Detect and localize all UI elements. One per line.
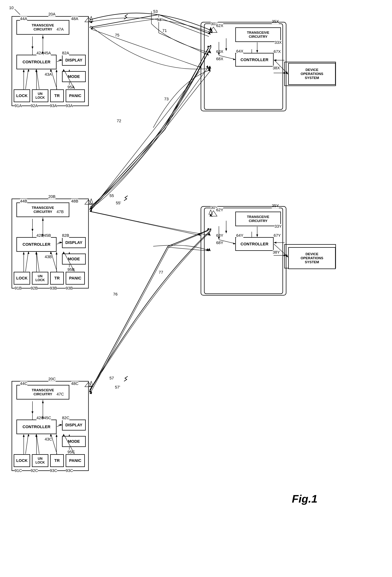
svg-marker-147	[36, 69, 37, 72]
ref-82b: 82B	[62, 233, 69, 238]
svg-line-89	[89, 246, 168, 392]
ref-43c: 43C	[45, 437, 52, 442]
antenna-a	[84, 16, 93, 24]
ref-62x: 62X	[216, 23, 223, 28]
ref-82a: 82A	[62, 51, 69, 55]
ref-93c2: 93C	[66, 468, 73, 473]
ref-57p: 57'	[115, 385, 120, 390]
svg-marker-105	[85, 17, 92, 22]
transmission-paths	[0, 0, 392, 577]
svg-marker-32	[56, 252, 57, 254]
antenna-c	[84, 381, 93, 388]
svg-marker-141	[42, 36, 44, 38]
ref-42a: 42A	[36, 51, 44, 55]
ref-62y: 62Y	[216, 208, 223, 212]
ref-95b: 95B	[68, 267, 75, 272]
ref-95a: 95A	[68, 85, 75, 90]
ref-67x: 67X	[274, 49, 281, 54]
ref-93b: 93B	[50, 286, 57, 290]
transceive-y: TRANSCEIVECIRCUITRY	[235, 212, 281, 226]
svg-marker-171	[28, 434, 29, 436]
svg-line-69	[89, 15, 159, 27]
ref-38x: 38X	[273, 66, 280, 71]
device-ops-x: DEVICEOPERATIONSSYSTEM	[288, 63, 336, 85]
mode-a: MODE	[62, 71, 86, 82]
ref-43a: 43A	[45, 72, 52, 77]
ref-38y: 38Y	[273, 250, 280, 255]
ref-53: 53	[153, 9, 158, 14]
ref-44a: 44A	[20, 16, 27, 21]
svg-marker-173	[36, 434, 37, 436]
svg-marker-116	[89, 208, 92, 210]
svg-marker-106	[85, 200, 92, 204]
mode-b: MODE	[62, 253, 86, 264]
ref-44b: 44B	[20, 199, 27, 204]
display-b: DISPLAY	[62, 237, 86, 248]
figure-label: Fig.1	[292, 493, 317, 505]
ref-55: 55	[109, 193, 114, 198]
svg-line-172	[36, 434, 39, 454]
svg-line-168	[57, 425, 62, 427]
ref-47b: 47B	[57, 209, 64, 214]
diagram-lines	[0, 0, 392, 577]
svg-marker-122	[89, 391, 92, 393]
ref-48c: 48C	[71, 381, 78, 386]
svg-line-73	[91, 18, 161, 28]
svg-marker-16	[36, 69, 37, 72]
svg-marker-8	[32, 46, 33, 49]
svg-marker-14	[23, 69, 25, 72]
unlock-c: UNLOCK	[32, 454, 48, 467]
ref-93b2: 93B	[66, 286, 73, 290]
ref-45c: 45C	[44, 416, 51, 420]
device-ops-y: DEVICEOPERATIONSSYSTEM	[288, 247, 336, 269]
ref-44c: 44C	[20, 381, 27, 386]
svg-marker-42	[23, 434, 25, 437]
svg-marker-85	[89, 209, 92, 212]
svg-line-86	[90, 71, 200, 211]
diagram: 10 20A TRANSCEIVECIRCUITRY 44A 48A 47A C…	[0, 0, 392, 577]
ref-63x: 63X	[216, 49, 223, 54]
svg-line-159	[36, 252, 39, 271]
ref-45b: 45B	[44, 233, 51, 238]
tr-a: TR	[50, 89, 64, 102]
svg-line-146	[36, 70, 39, 89]
svg-marker-74	[90, 27, 93, 29]
panic-c: PANIC	[66, 454, 85, 467]
ref-53p: 53'	[157, 17, 162, 22]
unlock-a: UNLOCK	[32, 89, 48, 102]
ref-68x: 68X	[216, 57, 223, 61]
controller-c: CONTROLLER	[16, 420, 57, 434]
svg-marker-162	[50, 251, 52, 254]
ref-45a: 45A	[44, 51, 51, 55]
svg-line-75	[91, 29, 201, 68]
svg-marker-107	[85, 382, 92, 387]
ref-42b: 42B	[36, 233, 44, 238]
svg-marker-18	[56, 69, 57, 72]
controller-a: CONTROLLER	[16, 55, 57, 69]
ref-10: 10	[9, 5, 13, 10]
ref-91b: 91B	[15, 286, 22, 290]
ref-93a2: 93A	[66, 104, 73, 108]
svg-marker-149	[50, 69, 52, 72]
svg-marker-96	[198, 233, 201, 236]
svg-line-157	[26, 252, 28, 271]
ref-64x: 64X	[236, 49, 243, 54]
mode-c: MODE	[62, 436, 86, 447]
fob-c-label: 20C	[48, 377, 56, 381]
fob-a-label: 20A	[48, 12, 55, 17]
svg-marker-109	[210, 211, 217, 216]
ref-48a: 48A	[71, 16, 78, 21]
ref-33x: 33X	[275, 40, 282, 45]
ref-92b: 92B	[31, 286, 38, 290]
svg-marker-108	[210, 27, 217, 33]
controller-b: CONTROLLER	[16, 237, 57, 252]
svg-line-142	[57, 60, 62, 62]
svg-marker-145	[28, 69, 29, 72]
svg-line-93	[90, 247, 169, 393]
svg-marker-167	[42, 400, 44, 403]
svg-line-144	[26, 70, 28, 89]
ref-91a: 91A	[15, 104, 22, 108]
ref-92c: 92C	[31, 468, 38, 473]
display-c: DISPLAY	[62, 420, 86, 431]
ref-72: 72	[117, 119, 121, 123]
